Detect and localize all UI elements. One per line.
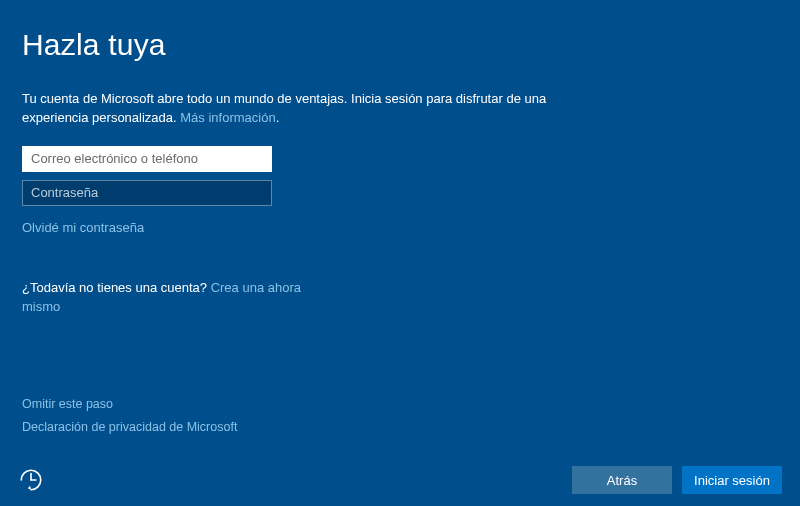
password-field[interactable] [22, 180, 272, 206]
ease-of-access-icon[interactable] [18, 467, 44, 493]
description-part-b: . [276, 110, 280, 125]
skip-step-link[interactable]: Omitir este paso [22, 393, 237, 417]
email-field[interactable] [22, 146, 272, 172]
footer-bar: Atrás Iniciar sesión [0, 454, 800, 506]
bottom-links: Omitir este paso Declaración de privacid… [22, 393, 237, 441]
no-account-question: ¿Todavía no tienes una cuenta? [22, 280, 211, 295]
privacy-link[interactable]: Declaración de privacidad de Microsoft [22, 416, 237, 440]
signin-form: Olvidé mi contraseña [22, 146, 778, 235]
description-text: Tu cuenta de Microsoft abre todo un mund… [22, 90, 562, 128]
page-title: Hazla tuya [22, 28, 778, 62]
more-info-link[interactable]: Más información [180, 110, 275, 125]
no-account-text: ¿Todavía no tienes una cuenta? Crea una … [22, 279, 322, 317]
back-button[interactable]: Atrás [572, 466, 672, 494]
signin-button[interactable]: Iniciar sesión [682, 466, 782, 494]
description-part-a: Tu cuenta de Microsoft abre todo un mund… [22, 91, 546, 125]
forgot-password-link[interactable]: Olvidé mi contraseña [22, 220, 778, 235]
